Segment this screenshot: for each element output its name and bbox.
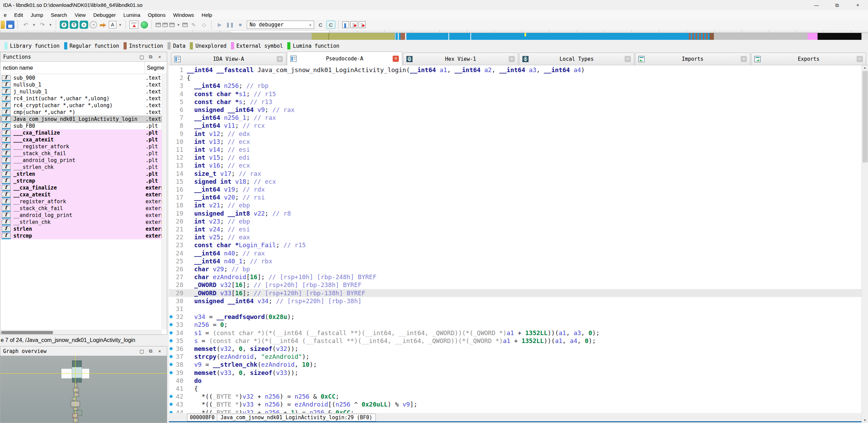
navigation-band[interactable]: [0, 33, 868, 40]
code-line-5[interactable]: 5 const char *s; // r13: [169, 98, 861, 106]
code-line-23[interactable]: 23 const char *Login_Fail; // r15: [169, 241, 861, 249]
ascii-icon[interactable]: A: [109, 21, 116, 28]
code-line-34[interactable]: 34 s1 = (const char *)(*(__int64 (__fast…: [169, 329, 861, 337]
function-row[interactable]: ___register_atfork.plt: [0, 143, 162, 150]
pseudocode-text[interactable]: 1__int64 __fastcall Java_com_jsnow_ndk01…: [169, 65, 861, 413]
function-row[interactable]: __strlen_chkextern: [0, 219, 162, 226]
breakpoint-dot-icon[interactable]: [170, 323, 173, 326]
nav-forward-caret-icon[interactable]: ▼: [48, 21, 53, 29]
nav-forward-icon[interactable]: ↷: [38, 21, 47, 29]
function-row[interactable]: rc4_crypt(uchar *,uchar *,ulong).text: [0, 102, 162, 109]
function-row[interactable]: nullsub_1.text: [0, 81, 162, 88]
jump-name-icon[interactable]: T: [70, 21, 78, 29]
code-line-10[interactable]: 10 int v13; // ecx: [169, 138, 861, 146]
code-line-19[interactable]: 19 unsigned __int8 v22; // r8: [169, 209, 861, 217]
function-row[interactable]: __register_atforkextern: [0, 198, 162, 205]
breakpoint-tool-icon[interactable]: [155, 23, 161, 27]
code-line-26[interactable]: 26 char v29; // bp: [169, 265, 861, 273]
breakpoint-tool3-icon[interactable]: [169, 23, 175, 27]
column-function-name[interactable]: nction name: [3, 65, 33, 71]
function-name[interactable]: ___register_atfork: [13, 144, 69, 150]
tab-close-icon[interactable]: ✕: [625, 56, 631, 62]
function-row[interactable]: j_nullsub_1.text: [0, 88, 162, 95]
tab-hex-view-1[interactable]: Hex View-1✕: [403, 53, 518, 65]
breakpoint-dot-icon[interactable]: [170, 363, 173, 366]
tab-imports[interactable]: Imports✕: [635, 53, 750, 65]
graph-close-icon[interactable]: ×: [155, 348, 164, 354]
save-icon[interactable]: [6, 21, 14, 29]
list-bpt-icon[interactable]: [342, 21, 349, 28]
code-line-38[interactable]: 38 v9 = __strlen_chk(ezAndroid, 10);: [169, 361, 861, 368]
function-name[interactable]: ___cxa_finalize: [13, 130, 60, 136]
function-row[interactable]: ___cxa_atexit.plt: [0, 136, 162, 143]
code-line-16[interactable]: 16 __int64 v19; // rdx: [169, 185, 861, 193]
code-line-2[interactable]: 2{: [169, 74, 861, 82]
function-row[interactable]: ___stack_chk_fail.plt: [0, 150, 162, 157]
ascii-caret-icon[interactable]: ▼: [118, 21, 123, 29]
tab-ida-view-a[interactable]: IDA View-A✕: [171, 53, 286, 65]
pseudocode-vertical-scrollbar[interactable]: ▲ ▼: [861, 65, 868, 423]
code-line-44[interactable]: 44 *((_BYTE *)v32 + n256 + 1) = n256 & 0…: [169, 409, 861, 413]
code-line-22[interactable]: 22 int v25; // eax: [169, 233, 861, 241]
code-line-31[interactable]: 31: [169, 305, 861, 313]
menu-lumina[interactable]: Lumina: [120, 11, 144, 19]
breakpoint-dot-icon[interactable]: [170, 355, 173, 358]
code-line-32[interactable]: 32 v34 = __readfsqword(0x28u);: [169, 313, 861, 321]
code-line-11[interactable]: 11 int v14; // esi: [169, 146, 861, 153]
column-segment[interactable]: Segme: [147, 65, 164, 71]
graph-overview-canvas[interactable]: [0, 356, 167, 423]
scroll-up-icon[interactable]: ▲: [862, 65, 868, 70]
code-line-14[interactable]: 14 size_t v17; // rax: [169, 170, 861, 178]
breakpoint-dot-icon[interactable]: [170, 403, 173, 406]
tab-close-icon[interactable]: ✕: [277, 56, 283, 62]
function-name[interactable]: _strcmp: [13, 178, 35, 184]
partial-icon[interactable]: [1, 21, 5, 29]
scrollbar-thumb[interactable]: [1, 331, 53, 334]
function-name[interactable]: nullsub_1: [13, 82, 41, 88]
function-row[interactable]: Java_com_jsnow_ndk01_LoginActivity_login…: [0, 116, 162, 123]
function-name[interactable]: ___stack_chk_fail: [13, 150, 66, 157]
function-row[interactable]: sub_900.text: [0, 75, 162, 81]
code-line-24[interactable]: 24 __int64 n40; // rax: [169, 249, 861, 257]
code-line-40[interactable]: 40 do: [169, 377, 861, 385]
run-icon[interactable]: ▶: [215, 21, 224, 29]
function-name[interactable]: __stack_chk_fail: [13, 205, 63, 212]
function-name[interactable]: __cxa_finalize: [13, 185, 57, 191]
tab-close-icon[interactable]: ✕: [393, 56, 399, 62]
functions-float-icon[interactable]: ⧉: [146, 54, 155, 60]
jump-xref-icon[interactable]: ➔: [90, 21, 97, 28]
function-name[interactable]: ___android_log_print: [13, 157, 76, 163]
code-line-35[interactable]: 35 s = (const char *)(*(__int64 (__fastc…: [169, 337, 861, 345]
function-name[interactable]: cmp(uchar *,uchar *): [13, 109, 76, 115]
code-line-29[interactable]: 29 _OWORD v33[16]; // [rsp+120h] [rbp-13…: [169, 289, 861, 297]
function-name[interactable]: strlen: [13, 226, 32, 232]
graph-overview-title-bar[interactable]: Graph overview ▢ ⧉ ×: [0, 346, 167, 356]
functions-column-header[interactable]: nction name Segme: [0, 62, 167, 74]
function-name[interactable]: strcmp: [13, 233, 32, 239]
sync-source-icon[interactable]: C: [316, 21, 325, 29]
code-line-7[interactable]: 7 __int64 n256_1; // rax: [169, 114, 861, 122]
tab-pseudocode-a[interactable]: Pseudocode-A✕: [287, 52, 402, 65]
code-line-1[interactable]: 1__int64 __fastcall Java_com_jsnow_ndk01…: [169, 66, 861, 74]
code-line-8[interactable]: 8 __int64 v11; // rcx: [169, 122, 861, 129]
debugger-select[interactable]: No debugger∨: [247, 21, 314, 29]
tab-local-types[interactable]: Local Types✕: [519, 53, 634, 65]
close-button[interactable]: ×: [847, 0, 868, 10]
column-divider[interactable]: [144, 62, 145, 74]
code-line-41[interactable]: 41 {: [169, 385, 861, 392]
code-line-12[interactable]: 12 int v15; // edi: [169, 153, 861, 161]
breakpoint-dot-icon[interactable]: [170, 331, 173, 334]
pencil-icon[interactable]: ✎: [189, 21, 198, 29]
function-row[interactable]: ___android_log_print.plt: [0, 157, 162, 164]
menu-help[interactable]: Help: [198, 11, 216, 19]
restore-button[interactable]: ⧉: [827, 0, 847, 10]
function-row[interactable]: _strcmp.plt: [0, 178, 162, 184]
function-row[interactable]: cmp(uchar *,uchar *).text: [0, 109, 162, 116]
breakpoint-dot-icon[interactable]: [170, 347, 173, 350]
graph-maximize-icon[interactable]: ▢: [137, 348, 146, 354]
function-name[interactable]: rc4_init(uchar *,uchar *,ulong): [13, 95, 109, 102]
menu-jump[interactable]: Jump: [27, 11, 47, 19]
code-line-4[interactable]: 4 const char *s1; // r15: [169, 90, 861, 98]
lumina-icon[interactable]: [140, 21, 149, 29]
code-line-17[interactable]: 17 __int64 v20; // rsi: [169, 193, 861, 201]
